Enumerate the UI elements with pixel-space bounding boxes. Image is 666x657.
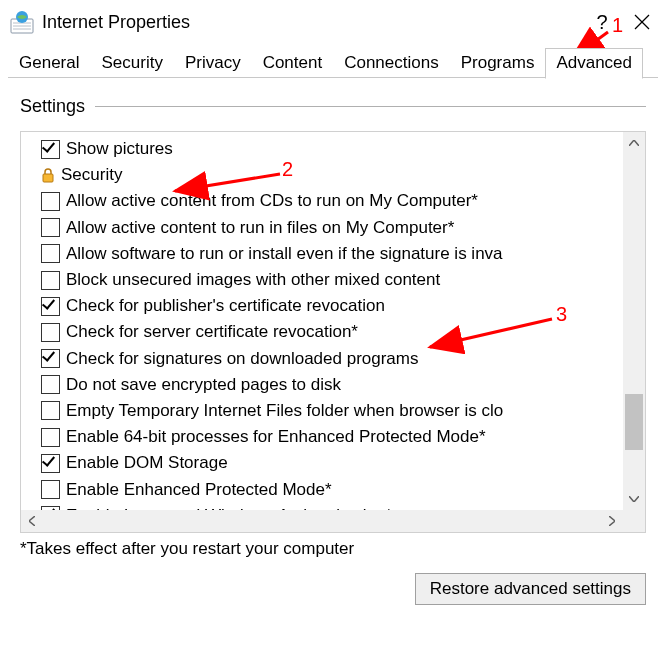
setting-no-save-encrypted[interactable]: Do not save encrypted pages to disk [21, 372, 623, 398]
setting-label: Check for publisher's certificate revoca… [66, 296, 385, 316]
tab-programs[interactable]: Programs [450, 48, 546, 78]
setting-label: Enable DOM Storage [66, 453, 228, 473]
settings-group-label: Settings [20, 96, 95, 117]
checkbox[interactable] [41, 428, 60, 447]
scroll-left-button[interactable] [21, 510, 43, 532]
scroll-thumb[interactable] [625, 394, 643, 450]
setting-label: Allow software to run or install even if… [66, 244, 503, 264]
chevron-down-icon [629, 496, 639, 502]
tab-privacy[interactable]: Privacy [174, 48, 252, 78]
setting-label: Enable 64-bit processes for Enhanced Pro… [66, 427, 486, 447]
restore-advanced-settings-button[interactable]: Restore advanced settings [415, 573, 646, 605]
setting-label: Empty Temporary Internet Files folder wh… [66, 401, 503, 421]
settings-tree-viewport[interactable]: Show pictures Security Allow active cont… [21, 132, 623, 510]
setting-label: Check for server certificate revocation* [66, 322, 358, 342]
setting-label: Block unsecured images with other mixed … [66, 270, 440, 290]
horizontal-scrollbar[interactable] [21, 510, 623, 532]
tab-general[interactable]: General [8, 48, 90, 78]
setting-label: Do not save encrypted pages to disk [66, 375, 341, 395]
setting-enable-epm[interactable]: Enable Enhanced Protected Mode* [21, 476, 623, 502]
scroll-down-button[interactable] [623, 488, 645, 510]
checkbox[interactable] [41, 454, 60, 473]
restart-footnote: *Takes effect after you restart your com… [20, 539, 646, 559]
setting-allow-cd-active-content[interactable]: Allow active content from CDs to run on … [21, 188, 623, 214]
titlebar: Internet Properties ? [0, 0, 666, 44]
setting-label: Allow active content from CDs to run on … [66, 191, 478, 211]
setting-label: Show pictures [66, 139, 173, 159]
setting-check-download-signatures[interactable]: Check for signatures on downloaded progr… [21, 346, 623, 372]
settings-tree: Show pictures Security Allow active cont… [20, 131, 646, 533]
tab-security[interactable]: Security [90, 48, 173, 78]
checkbox[interactable] [41, 140, 60, 159]
checkbox[interactable] [41, 401, 60, 420]
window-title: Internet Properties [42, 12, 190, 33]
internet-properties-dialog: Internet Properties ? General Security P… [0, 0, 666, 657]
scroll-up-button[interactable] [623, 132, 645, 154]
checkbox[interactable] [41, 480, 60, 499]
help-button[interactable]: ? [582, 11, 622, 34]
setting-allow-invalid-signature[interactable]: Allow software to run or install even if… [21, 241, 623, 267]
setting-check-server-revocation[interactable]: Check for server certificate revocation* [21, 319, 623, 345]
checkbox[interactable] [41, 218, 60, 237]
scroll-right-button[interactable] [601, 510, 623, 532]
checkbox[interactable] [41, 375, 60, 394]
settings-group: Settings Show pictures Security [0, 78, 666, 605]
setting-label: Enable Enhanced Protected Mode* [66, 480, 332, 500]
setting-show-pictures[interactable]: Show pictures [21, 136, 623, 162]
tab-strip: General Security Privacy Content Connect… [0, 44, 666, 78]
setting-enable-iwa[interactable]: Enable Integrated Windows Authentication… [21, 503, 623, 510]
divider [95, 106, 646, 107]
checkbox[interactable] [41, 323, 60, 342]
checkbox[interactable] [41, 297, 60, 316]
tab-connections[interactable]: Connections [333, 48, 450, 78]
lock-icon [39, 166, 57, 184]
setting-block-mixed-images[interactable]: Block unsecured images with other mixed … [21, 267, 623, 293]
chevron-up-icon [629, 140, 639, 146]
setting-allow-file-active-content[interactable]: Allow active content to run in files on … [21, 215, 623, 241]
tab-content[interactable]: Content [252, 48, 334, 78]
category-label: Security [61, 165, 122, 185]
setting-empty-temp-on-close[interactable]: Empty Temporary Internet Files folder wh… [21, 398, 623, 424]
checkbox[interactable] [41, 271, 60, 290]
setting-check-publisher-revocation[interactable]: Check for publisher's certificate revoca… [21, 293, 623, 319]
checkbox[interactable] [41, 244, 60, 263]
setting-label: Allow active content to run in files on … [66, 218, 454, 238]
tab-advanced[interactable]: Advanced [545, 48, 643, 79]
close-icon [634, 14, 650, 30]
checkbox[interactable] [41, 349, 60, 368]
setting-enable-64bit-epm[interactable]: Enable 64-bit processes for Enhanced Pro… [21, 424, 623, 450]
setting-enable-dom-storage[interactable]: Enable DOM Storage [21, 450, 623, 476]
chevron-right-icon [609, 516, 615, 526]
setting-label: Check for signatures on downloaded progr… [66, 349, 418, 369]
chevron-left-icon [29, 516, 35, 526]
scroll-corner [623, 510, 645, 532]
checkbox[interactable] [41, 192, 60, 211]
vertical-scrollbar[interactable] [623, 132, 645, 510]
close-button[interactable] [622, 14, 662, 30]
svg-rect-7 [43, 174, 53, 182]
category-security[interactable]: Security [21, 162, 623, 188]
internet-options-icon [10, 10, 34, 34]
settings-group-header: Settings [20, 96, 646, 117]
